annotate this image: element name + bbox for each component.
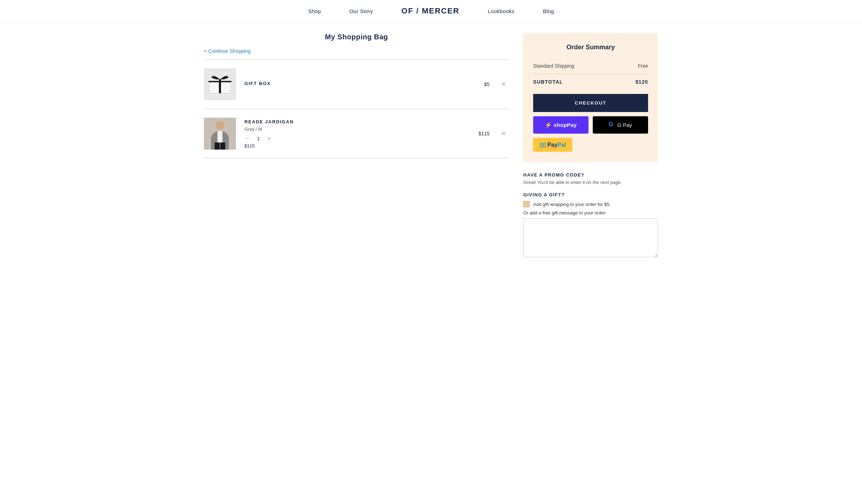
promo-title: HAVE A PROMO CODE? (523, 172, 658, 178)
nav-shop[interactable]: Shop (308, 8, 321, 14)
nav-blog[interactable]: Blog (543, 8, 554, 14)
paypal-label: PayPal (547, 142, 566, 148)
subtotal-row: SUBTOTAL $120 (533, 75, 648, 88)
cart-divider-bottom (204, 158, 509, 158)
google-g-icon: G (609, 121, 616, 129)
gift-title: GIVING A GIFT? (523, 192, 658, 197)
jardigan-quantity-control: − 1 + (244, 134, 460, 143)
jardigan-increase-button[interactable]: + (266, 134, 272, 143)
gift-box-details: GIFT BOX (244, 81, 460, 88)
nav-lookbooks[interactable]: Lookbooks (488, 8, 514, 14)
shop-pay-button[interactable]: ⚡ shopPay (533, 116, 589, 134)
promo-description: Great! You'll be able to enter it on the… (523, 180, 658, 185)
checkout-button[interactable]: CHECKOUT (533, 94, 648, 112)
shop-pay-label: ⚡ shopPay (545, 122, 576, 128)
gift-box-image (204, 68, 236, 100)
google-pay-button[interactable]: G G Pay (593, 116, 648, 134)
summary-divider (533, 74, 648, 74)
subtotal-label: SUBTOTAL (533, 79, 563, 85)
cart-section: My Shopping Bag < Continue Shopping (204, 33, 509, 259)
jardigan-image (204, 118, 236, 150)
order-summary-sidebar: Order Summary Standard Shipping Free SUB… (523, 33, 658, 259)
navigation: Shop Our Story OF / MERCER Lookbooks Blo… (0, 0, 862, 22)
svg-text:G: G (609, 121, 613, 127)
promo-code-section: HAVE A PROMO CODE? Great! You'll be able… (523, 172, 658, 185)
nav-our-story[interactable]: Our Story (349, 8, 373, 14)
shipping-label: Standard Shipping (533, 63, 574, 69)
shipping-value: Free (638, 63, 648, 69)
gift-wrapping-label: Add gift wrapping to your order for $5. (533, 202, 610, 207)
jardigan-unit-price: $115 (244, 143, 460, 149)
gift-box-price: $5 (468, 82, 490, 87)
gift-box-icon (208, 74, 232, 95)
jardigan-quantity-value: 1 (255, 136, 262, 141)
gift-message-label: Or add a free gift message to your order… (523, 210, 658, 215)
shipping-row: Standard Shipping Free (533, 60, 648, 72)
jardigan-decrease-button[interactable]: − (244, 134, 250, 143)
jardigan-variant: Grey / M (244, 127, 460, 132)
jardigan-name: READE JARDIGAN (244, 119, 460, 124)
gift-box-name: GIFT BOX (244, 81, 460, 86)
cart-item-gift-box: GIFT BOX $5 ✕ (204, 60, 509, 109)
person-placeholder-icon (204, 118, 236, 150)
paypal-button[interactable]: ▯▯ PayPal (533, 138, 572, 152)
nav-logo: OF / MERCER (402, 6, 460, 16)
gift-section: GIVING A GIFT? Add gift wrapping to your… (523, 192, 658, 259)
gift-box-remove-button[interactable]: ✕ (498, 79, 509, 90)
subtotal-value: $120 (635, 79, 648, 85)
order-summary-title: Order Summary (533, 44, 648, 51)
svg-rect-3 (209, 81, 231, 82)
paypal-icon: ▯▯ (540, 141, 546, 148)
gpay-label: G Pay (617, 122, 632, 128)
payment-options-row: ⚡ shopPay G G Pay (533, 116, 648, 134)
svg-point-5 (216, 121, 224, 130)
cart-item-jardigan: READE JARDIGAN Grey / M − 1 + $115 $115 … (204, 109, 509, 158)
page-title: My Shopping Bag (204, 33, 509, 41)
continue-shopping-link[interactable]: < Continue Shopping (204, 48, 250, 54)
paypal-row: ▯▯ PayPal (533, 138, 648, 152)
gift-message-textarea[interactable] (523, 218, 658, 257)
order-summary-box: Order Summary Standard Shipping Free SUB… (523, 33, 658, 162)
gift-wrapping-checkbox[interactable] (523, 201, 530, 207)
jardigan-remove-button[interactable]: ✕ (498, 128, 509, 139)
gift-wrapping-row: Add gift wrapping to your order for $5. (523, 201, 658, 207)
jardigan-total-price: $115 (468, 131, 490, 136)
jardigan-details: READE JARDIGAN Grey / M − 1 + $115 (244, 119, 460, 149)
